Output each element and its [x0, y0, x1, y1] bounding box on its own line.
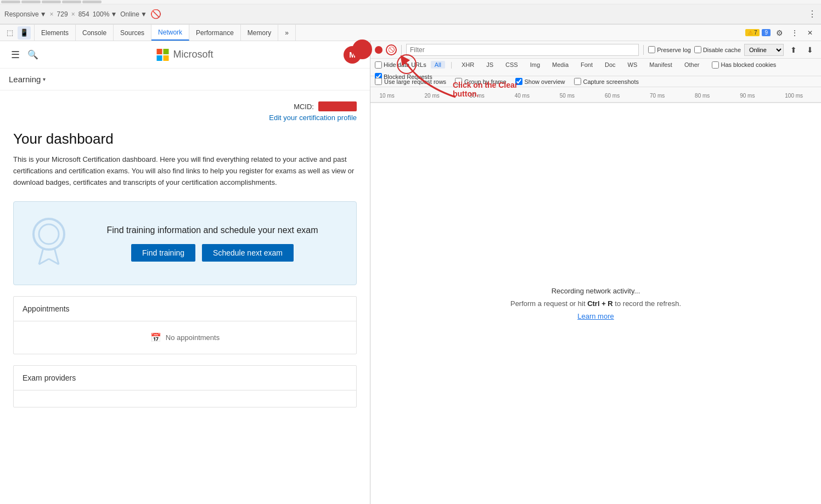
filter-doc-button[interactable]: Doc: [601, 61, 620, 69]
devtools-filter-bar: Hide data URLs All | XHR JS CSS Img Medi…: [370, 59, 821, 76]
warning-badge: ⚠ 7: [745, 29, 760, 36]
appointments-section: Appointments 📅 No appointments: [13, 296, 357, 354]
edit-certification-link[interactable]: Edit your certification profile: [13, 114, 357, 122]
network-filter-input[interactable]: [406, 44, 639, 56]
recording-text: Recording network activity...: [552, 287, 640, 295]
browser-tab[interactable]: [82, 1, 102, 3]
filter-other-button[interactable]: Other: [681, 61, 704, 69]
network-throttle-select[interactable]: Online Fast 3G Slow 3G Offline: [744, 44, 784, 56]
device-toolbar-button[interactable]: 📱: [18, 26, 31, 39]
browser-content-panel: ☰ 🔍 Microsoft M Learning ▾: [0, 41, 370, 504]
learn-more-link[interactable]: Learn more: [577, 312, 614, 320]
mcid-row: MCID:: [13, 101, 357, 111]
capture-screenshots-option[interactable]: Capture screenshots: [574, 78, 639, 85]
page-content: MCID: Edit your certification profile Yo…: [0, 90, 370, 504]
group-by-frame-option[interactable]: Group by frame: [455, 78, 506, 85]
responsive-label[interactable]: Responsive ▼: [4, 10, 47, 18]
browser-tab[interactable]: [1, 1, 20, 3]
tab-elements[interactable]: Elements: [35, 25, 76, 41]
browser-tab-bar: [0, 0, 821, 4]
schedule-next-exam-button[interactable]: Schedule next exam: [202, 244, 294, 262]
ms-logo-yellow: [163, 55, 168, 61]
tab-performance[interactable]: Performance: [189, 25, 241, 41]
tick-50ms: 50 ms: [560, 93, 575, 99]
svg-point-1: [39, 224, 59, 244]
browser-tab[interactable]: [62, 1, 81, 3]
learning-nav-item[interactable]: Learning ▾: [9, 75, 46, 84]
site-nav: Learning ▾: [0, 69, 370, 90]
tab-network[interactable]: Network: [151, 25, 189, 41]
network-empty-state: Recording network activity... Perform a …: [370, 103, 821, 504]
import-har-button[interactable]: ⬆: [787, 43, 800, 56]
group-by-frame-input[interactable]: [455, 78, 462, 85]
show-overview-option[interactable]: Show overview: [515, 78, 565, 85]
has-blocked-cookies-checkbox[interactable]: Has blocked cookies: [712, 61, 776, 69]
mcid-value: [318, 101, 357, 111]
network-throttle[interactable]: Online▼: [120, 10, 147, 18]
exam-providers-body: [14, 390, 356, 407]
inspect-element-button[interactable]: ⬚: [3, 26, 16, 39]
disable-cache-checkbox[interactable]: Disable cache: [694, 46, 741, 53]
show-overview-input[interactable]: [515, 78, 522, 85]
filter-css-button[interactable]: CSS: [502, 61, 522, 69]
close-devtools-button[interactable]: ✕: [803, 26, 817, 39]
toolbar-separator: [401, 45, 402, 55]
find-training-button[interactable]: Find training: [131, 244, 195, 262]
preserve-log-checkbox[interactable]: Preserve log: [648, 46, 691, 53]
clear-network-log-button[interactable]: 🚫: [386, 44, 397, 55]
filter-img-button[interactable]: Img: [526, 61, 544, 69]
zoom-level[interactable]: 100%▼: [93, 10, 117, 18]
dashboard-description: This is your Microsoft Certification das…: [13, 154, 357, 188]
has-blocked-cookies-input[interactable]: [712, 61, 719, 69]
filter-xhr-button[interactable]: XHR: [458, 61, 478, 69]
hamburger-menu-button[interactable]: ☰: [9, 48, 22, 61]
filter-media-button[interactable]: Media: [548, 61, 572, 69]
tick-10ms: 10 ms: [379, 93, 394, 99]
hide-data-urls-checkbox[interactable]: Hide data URLs: [375, 61, 426, 69]
dimension-separator: ×: [50, 10, 54, 18]
record-network-log-button[interactable]: [375, 46, 383, 54]
toolbar-separator-2: [643, 45, 644, 55]
training-card-body: Find training information and schedule y…: [82, 225, 343, 262]
devtools-network-toolbar: 🚫 Preserve log Disable cache: [370, 41, 821, 103]
exam-providers-header: Exam providers: [14, 366, 356, 390]
customize-devtools-button[interactable]: ⋮: [788, 26, 801, 39]
devtools-tabs-bar: ⬚ 📱 Elements Console Sources Network Per…: [0, 25, 821, 41]
hide-data-urls-input[interactable]: [375, 61, 382, 69]
settings-button[interactable]: ⚙: [773, 26, 786, 39]
use-large-rows-input[interactable]: [375, 78, 382, 85]
capture-screenshots-input[interactable]: [574, 78, 581, 85]
filter-all-button[interactable]: All: [431, 61, 445, 69]
devtools-options-bar: Use large request rows Group by frame Sh…: [370, 76, 821, 87]
viewport-width: 729: [57, 10, 68, 18]
calendar-icon: 📅: [150, 332, 161, 343]
block-icon[interactable]: 🚫: [150, 9, 161, 19]
learning-nav-arrow: ▾: [43, 76, 46, 82]
user-profile-button[interactable]: M: [344, 46, 361, 64]
tick-70ms: 70 ms: [650, 93, 665, 99]
filter-font-button[interactable]: Font: [577, 61, 597, 69]
browser-tab[interactable]: [21, 1, 41, 3]
svg-point-0: [33, 219, 64, 250]
more-options-button[interactable]: ⋮: [808, 9, 817, 19]
search-button[interactable]: 🔍: [26, 48, 40, 61]
browser-tab[interactable]: [42, 1, 61, 3]
dimension-x: ×: [71, 10, 75, 18]
tab-sources[interactable]: Sources: [114, 25, 151, 41]
site-header: ☰ 🔍 Microsoft M: [0, 41, 370, 69]
tab-memory[interactable]: Memory: [241, 25, 278, 41]
filter-manifest-button[interactable]: Manifest: [645, 61, 676, 69]
tab-console[interactable]: Console: [76, 25, 114, 41]
no-appointments-text: No appointments: [166, 333, 220, 342]
export-har-button[interactable]: ⬇: [803, 43, 817, 56]
browser-chrome: Responsive ▼ × 729 × 854 100%▼ Online▼ 🚫…: [0, 0, 821, 25]
use-large-rows-option[interactable]: Use large request rows: [375, 78, 446, 85]
tick-90ms: 90 ms: [740, 93, 755, 99]
tab-more[interactable]: »: [278, 25, 296, 41]
preserve-log-input[interactable]: [648, 46, 655, 53]
filter-js-button[interactable]: JS: [482, 61, 497, 69]
tick-60ms: 60 ms: [605, 93, 620, 99]
filter-ws-button[interactable]: WS: [624, 61, 642, 69]
disable-cache-input[interactable]: [694, 46, 701, 53]
tick-80ms: 80 ms: [695, 93, 710, 99]
